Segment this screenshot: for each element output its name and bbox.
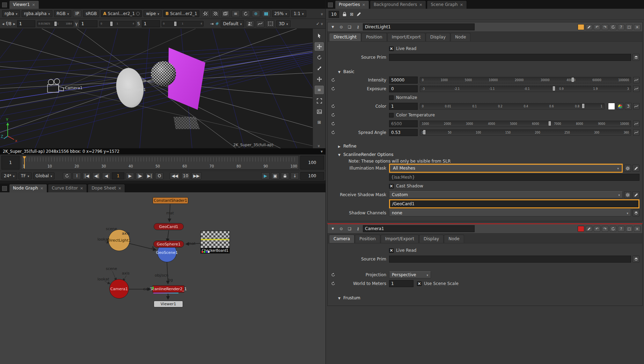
occlusion-button[interactable] <box>246 20 254 27</box>
tab-import-export[interactable]: Import/Export <box>387 33 425 41</box>
live-read-checkbox[interactable] <box>389 248 394 253</box>
channels-browse-button[interactable] <box>632 209 639 216</box>
close-tab-icon[interactable] <box>38 186 43 191</box>
collapse-panel-icon[interactable] <box>329 24 336 30</box>
shadow-channels-dropdown[interactable]: none <box>389 209 631 216</box>
frame-selected-button[interactable] <box>315 97 324 105</box>
step-back-button[interactable]: ◀◀ <box>170 172 180 179</box>
mask-edit-button[interactable] <box>632 191 639 198</box>
tab-node[interactable]: Node <box>444 235 464 243</box>
slider-handle[interactable] <box>572 78 574 82</box>
mask-edit-button[interactable] <box>632 165 639 172</box>
close-panel-button[interactable]: × <box>634 226 641 232</box>
slr-options-section-header[interactable]: ScanlineRender Options <box>329 150 639 159</box>
next-keyframe-button[interactable]: |▶ <box>136 172 144 179</box>
animation-menu-button[interactable] <box>633 86 639 92</box>
fps-dropdown[interactable]: 24* <box>1 172 17 179</box>
tab-dope-sheet[interactable]: Dope Sheet <box>88 184 125 192</box>
split-channels-button[interactable]: 3 <box>625 103 632 110</box>
undo-button[interactable]: ↶ <box>594 24 600 30</box>
float-button[interactable]: □ <box>626 226 632 232</box>
float-panel-icon[interactable]: ❏ <box>346 24 353 30</box>
play-forward-button[interactable]: ▶ <box>126 172 134 179</box>
close-panel-button[interactable]: × <box>634 24 641 30</box>
mask-gear-button[interactable] <box>624 165 631 172</box>
scale-tool-button[interactable] <box>315 64 324 72</box>
exposure-slider[interactable]: -3-2.1-1.1-0.10.91.93 <box>420 86 631 92</box>
slider-handle[interactable] <box>582 104 584 108</box>
render-flipbook-button[interactable]: ▶ <box>261 172 270 179</box>
knob-menu-icon[interactable] <box>331 273 335 277</box>
tab-curve-editor[interactable]: Curve Editor <box>48 184 87 192</box>
redo-button[interactable]: ↷ <box>602 24 608 30</box>
edit-expression-button[interactable] <box>586 226 592 232</box>
slider-handle[interactable] <box>553 86 555 91</box>
pixel-ratio-dropdown[interactable]: 1:1 <box>291 10 306 17</box>
tab-display[interactable]: Display <box>426 33 450 41</box>
tab-camera[interactable]: Camera <box>329 235 354 243</box>
capture-button[interactable]: ▣ <box>271 172 279 179</box>
next-view-icon[interactable]: ▸ <box>13 21 15 26</box>
current-frame-box[interactable]: 1 <box>1 156 20 170</box>
transform-handle-button[interactable] <box>315 75 324 83</box>
step-forward-button[interactable]: ▶▶ <box>191 172 201 179</box>
set-in-button[interactable]: I <box>73 172 81 179</box>
pane-menu-icon[interactable] <box>2 186 7 191</box>
tab-display[interactable]: Display <box>419 235 444 243</box>
scenegraph-browse-button[interactable] <box>632 256 639 263</box>
illumination-expression-input[interactable] <box>389 174 639 181</box>
use-scene-scale-checkbox[interactable] <box>417 281 422 286</box>
node-color-chip[interactable] <box>578 24 584 30</box>
wipe-dropdown[interactable]: wipe <box>144 10 162 17</box>
timeline-ruler[interactable]: 1102030405060708090100 <box>21 156 299 170</box>
max-panels-box[interactable]: 10 <box>329 11 339 18</box>
strip-overflow-icon[interactable]: » <box>317 145 322 147</box>
translate-tool-button[interactable] <box>315 42 324 51</box>
set-out-button[interactable]: O <box>155 172 163 179</box>
slider-handle[interactable] <box>54 22 57 26</box>
node-color-chip[interactable] <box>578 226 584 232</box>
frustum-section-header[interactable]: Frustum <box>329 294 639 302</box>
roi-button[interactable] <box>266 20 275 27</box>
exposure-input[interactable] <box>389 85 418 92</box>
node-viewer1[interactable]: Viewer1 <box>154 301 183 307</box>
intensity-slider[interactable]: 0100050001000020000300004000060000100000 <box>420 77 631 83</box>
help-button[interactable]: ? <box>618 226 624 232</box>
animation-menu-button[interactable] <box>633 129 639 136</box>
animation-menu-button[interactable] <box>633 77 639 83</box>
tab-position[interactable]: Position <box>361 33 387 41</box>
prev-view-icon[interactable]: ◂ <box>2 21 4 26</box>
edit-expression-button[interactable] <box>586 24 592 30</box>
slider-handle[interactable] <box>423 130 425 134</box>
gamma-check-icon[interactable]: ✓ <box>316 21 320 26</box>
revert-button[interactable] <box>610 24 616 30</box>
slider-handle[interactable] <box>549 121 551 126</box>
node-geocard1[interactable]: GeoCard1 <box>154 223 184 230</box>
basic-section-header[interactable]: Basic <box>329 67 639 76</box>
close-tab-icon[interactable] <box>78 186 83 191</box>
info-bar-menu-icon[interactable]: ▾ <box>321 149 323 154</box>
close-tab-icon[interactable] <box>458 2 463 7</box>
wipe-pattern-button[interactable] <box>211 10 220 17</box>
refine-section-header[interactable]: Refine <box>329 142 639 150</box>
color-temperature-checkbox[interactable] <box>389 113 394 117</box>
viewer-menu-button[interactable]: ≡ <box>232 10 240 17</box>
mask-gear-button[interactable] <box>624 191 631 198</box>
node-name-field[interactable] <box>363 23 475 30</box>
prev-keyframe-button[interactable]: ◀| <box>92 172 101 179</box>
undo-button[interactable]: ↶ <box>594 226 600 232</box>
tab-properties[interactable]: Properties <box>335 0 369 9</box>
pane-menu-icon[interactable] <box>328 2 333 7</box>
knob-menu-icon[interactable] <box>331 281 335 286</box>
animation-menu-button[interactable] <box>633 121 639 127</box>
color-swatch[interactable] <box>608 103 615 110</box>
channels-dropdown[interactable]: rgba <box>2 10 20 17</box>
center-node-icon[interactable]: ⊙ <box>338 226 345 232</box>
tab-viewer1[interactable]: Viewer1 <box>9 0 39 9</box>
lock-range-button[interactable] <box>281 172 289 179</box>
slider-handle[interactable] <box>174 22 176 26</box>
knob-menu-icon[interactable] <box>331 78 335 82</box>
play-backward-button[interactable]: ◀ <box>102 172 110 179</box>
frame-step-box[interactable]: 10 <box>181 172 190 179</box>
spread-angle-input[interactable] <box>389 129 418 136</box>
